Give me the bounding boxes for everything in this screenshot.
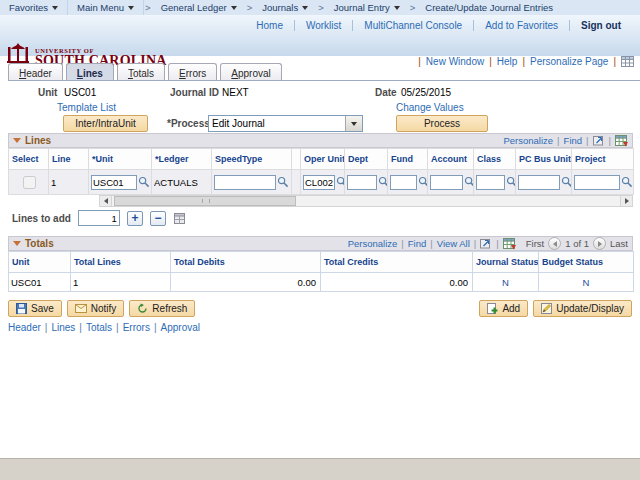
- col-oper-unit[interactable]: Oper Unit: [301, 149, 345, 170]
- process-select[interactable]: Edit Journal: [208, 115, 363, 132]
- unit-input[interactable]: [91, 175, 137, 190]
- dept-lookup-icon[interactable]: [378, 176, 388, 188]
- scroll-left-arrow[interactable]: [100, 196, 112, 206]
- process-button[interactable]: Process: [396, 115, 488, 132]
- class-lookup-icon[interactable]: [506, 176, 516, 188]
- copy-url-grid-icon[interactable]: [621, 56, 634, 67]
- personalize-page-link[interactable]: Personalize Page: [530, 56, 608, 67]
- copy-down-icon[interactable]: [173, 212, 186, 225]
- lines-collapse-control[interactable]: Lines: [13, 135, 51, 146]
- new-window-link[interactable]: New Window: [426, 56, 484, 67]
- speedtype-lookup-icon[interactable]: [277, 176, 289, 188]
- tab-lines[interactable]: Lines: [66, 63, 114, 81]
- breadcrumb-favorites[interactable]: Favorites: [0, 0, 68, 15]
- breadcrumb-main-menu[interactable]: Main Menu: [68, 0, 144, 15]
- account-lookup-icon[interactable]: [464, 176, 474, 188]
- col-ledger[interactable]: *Ledger: [152, 149, 212, 170]
- add-rows-button[interactable]: [127, 211, 143, 226]
- inter-intra-unit-button[interactable]: Inter/IntraUnit: [63, 115, 148, 132]
- tab-totals[interactable]: Totals: [117, 63, 165, 81]
- unit-cell: [89, 170, 152, 195]
- account-cell: [428, 170, 474, 195]
- template-list-link[interactable]: Template List: [57, 102, 116, 113]
- home-link[interactable]: Home: [245, 20, 294, 31]
- delete-rows-button[interactable]: [150, 211, 166, 226]
- totals-view-all-link[interactable]: View All: [437, 238, 470, 249]
- save-button[interactable]: Save: [8, 300, 62, 317]
- refresh-button[interactable]: Refresh: [129, 300, 195, 317]
- zoom-grid-popout-icon[interactable]: [480, 238, 492, 249]
- col-account[interactable]: Account: [428, 149, 474, 170]
- totals-find-link[interactable]: Find: [408, 238, 426, 249]
- oper-unit-input[interactable]: [303, 175, 335, 190]
- zoom-grid-popout-icon[interactable]: [593, 135, 605, 146]
- fund-lookup-icon[interactable]: [418, 176, 428, 188]
- breadcrumb-journals[interactable]: Journals: [253, 0, 317, 15]
- col-unit[interactable]: *Unit: [89, 149, 152, 170]
- lines-personalize-link[interactable]: Personalize: [503, 135, 553, 146]
- dept-input[interactable]: [347, 175, 377, 190]
- col-dept[interactable]: Dept: [345, 149, 388, 170]
- footer-header-link[interactable]: Header: [8, 322, 41, 333]
- download-to-excel-icon[interactable]: [615, 135, 628, 147]
- speedtype-input[interactable]: [214, 175, 276, 190]
- col-project[interactable]: Project: [572, 149, 634, 170]
- fund-cell: [388, 170, 428, 195]
- download-to-excel-icon[interactable]: [503, 238, 516, 250]
- row-select-checkbox[interactable]: [23, 176, 36, 189]
- col-pc-bus-unit[interactable]: PC Bus Unit: [516, 149, 572, 170]
- worklist-link[interactable]: Worklist: [294, 20, 352, 31]
- col-class[interactable]: Class: [474, 149, 516, 170]
- footer-errors-link[interactable]: Errors: [123, 322, 150, 333]
- col-spacer: [292, 149, 301, 170]
- budget-status-link[interactable]: N: [583, 277, 590, 288]
- totals-collapse-control[interactable]: Totals: [13, 238, 54, 249]
- project-input[interactable]: [574, 175, 620, 190]
- journal-status-link[interactable]: N: [502, 277, 509, 288]
- totals-personalize-link[interactable]: Personalize: [348, 238, 398, 249]
- scroll-right-arrow[interactable]: [620, 196, 632, 206]
- multichannel-console-link[interactable]: MultiChannel Console: [352, 20, 473, 31]
- lines-find-link[interactable]: Find: [564, 135, 582, 146]
- breadcrumb-current-page: Create/Update Journal Entries: [416, 0, 562, 15]
- scrollbar-thumb[interactable]: [114, 196, 296, 206]
- select-arrow-icon[interactable]: [345, 116, 362, 131]
- project-lookup-icon[interactable]: [621, 176, 633, 188]
- tab-approval[interactable]: Approval: [220, 63, 281, 81]
- breadcrumb-general-ledger[interactable]: General Ledger: [152, 0, 246, 15]
- breadcrumb-journal-entry[interactable]: Journal Entry: [325, 0, 409, 15]
- lines-to-add-input[interactable]: [78, 210, 120, 226]
- help-link[interactable]: Help: [497, 56, 518, 67]
- unit-lookup-icon[interactable]: [138, 176, 150, 188]
- change-values-link[interactable]: Change Values: [396, 102, 464, 113]
- account-input[interactable]: [430, 175, 463, 190]
- col-fund[interactable]: Fund: [388, 149, 428, 170]
- add-button[interactable]: Add: [479, 300, 528, 317]
- tab-header[interactable]: Header: [8, 63, 63, 81]
- notify-button[interactable]: Notify: [67, 300, 125, 317]
- journal-id-label: Journal ID: [170, 87, 219, 98]
- horizontal-scrollbar[interactable]: [99, 195, 633, 207]
- update-display-button[interactable]: Update/Display: [533, 300, 632, 317]
- pc-bus-unit-input[interactable]: [518, 175, 560, 190]
- oper-unit-lookup-icon[interactable]: [336, 176, 345, 188]
- chevron-down-icon: [231, 6, 237, 10]
- footer-lines-link[interactable]: Lines: [51, 322, 75, 333]
- unit-value: USC01: [64, 87, 96, 98]
- tab-errors[interactable]: Errors: [168, 63, 217, 81]
- lines-grid-header-row: Select Line *Unit *Ledger SpeedType Oper…: [9, 149, 634, 170]
- footer-approval-link[interactable]: Approval: [161, 322, 200, 333]
- breadcrumb: Favorites Main Menu General Ledger Journ…: [0, 0, 640, 15]
- class-input[interactable]: [476, 175, 505, 190]
- pager-prev-icon[interactable]: [548, 237, 561, 250]
- lines-to-add-control: Lines to add: [12, 210, 186, 226]
- sign-out-link[interactable]: Sign out: [569, 20, 632, 31]
- pager-next-icon[interactable]: [593, 237, 606, 250]
- col-speedtype[interactable]: SpeedType: [212, 149, 292, 170]
- footer-totals-link[interactable]: Totals: [86, 322, 112, 333]
- col-budget-status: Budget Status: [539, 252, 634, 273]
- process-label: *Process: [167, 118, 210, 129]
- fund-input[interactable]: [390, 175, 417, 190]
- pc-bus-unit-lookup-icon[interactable]: [561, 176, 572, 188]
- add-to-favorites-link[interactable]: Add to Favorites: [473, 20, 569, 31]
